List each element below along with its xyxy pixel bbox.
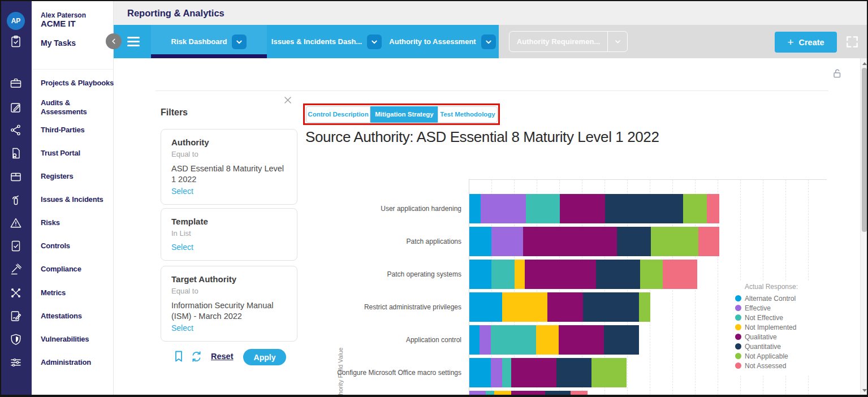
view-tab-test-methodology[interactable]: Test Methodology [438,106,498,123]
bar-segment-alternate-control[interactable] [469,292,502,322]
sidebar-item-projects-playbooks[interactable]: Projects & Playbooks [41,73,114,93]
bar-segment-not-implemented[interactable] [536,325,559,355]
bar-segment-qualitative[interactable] [525,260,596,289]
bar-segment-qualitative[interactable] [559,325,604,355]
fullscreen-icon[interactable] [845,34,860,49]
warning-triangle-icon[interactable] [9,216,23,230]
refresh-icon[interactable] [189,349,204,366]
bar-segment-not-implemented[interactable] [515,260,525,289]
bar-segment-alternate-control[interactable] [469,194,481,223]
gavel-icon[interactable] [9,262,23,276]
sidebar-item-my-tasks[interactable]: My Tasks [41,38,76,48]
bar-segment-not-applicable[interactable] [651,227,698,256]
select-link[interactable]: Select [171,323,193,333]
legend-item-not-effective[interactable]: Not Effective [735,313,829,322]
bar-segment-not-applicable[interactable] [591,358,627,387]
sidebar-item-issues-incidents[interactable]: Issues & Incidents [41,189,114,210]
bar-segment-effective[interactable] [480,325,491,355]
legend-item-not-assessed[interactable]: Not Assessed [735,361,829,370]
unlock-icon[interactable] [830,67,844,83]
bar-segment-not-implemented[interactable] [502,292,547,322]
bar-segment-not-effective[interactable] [491,260,515,289]
bar-segment-qualitative[interactable] [547,292,583,322]
bar-segment-not-assessed[interactable] [663,260,697,289]
bar-segment-qualitative[interactable] [523,227,617,256]
sidebar-item-trust-portal[interactable]: Trust Portal [41,143,114,163]
metrics-icon[interactable] [9,286,23,300]
attestation-icon[interactable] [9,309,23,323]
sidebar-item-registers[interactable]: Registers [41,166,114,187]
sidebar-item-vulnerabilities[interactable]: Vulnerabilities [41,329,114,349]
chevron-down-icon[interactable] [232,34,247,49]
sidebar-item-administration[interactable]: Administration [41,352,114,373]
view-tab-mitigation-strategy[interactable]: Mitigation Strategy [370,106,438,123]
sidebar-item-third-parties[interactable]: Third-Parties [41,120,114,140]
sidebar-item-metrics[interactable]: Metrics [41,283,114,303]
tab-issues-incidents-dash[interactable]: Issues & Incidents Dash... [271,25,382,58]
create-button[interactable]: + Create [775,32,837,53]
bar-segment-not-applicable[interactable] [640,260,663,289]
shield-icon[interactable] [9,333,23,346]
document-check-icon[interactable] [9,239,23,253]
scrollbar-down-arrow[interactable] [862,389,867,392]
vertical-scrollbar[interactable] [860,58,868,397]
bar-segment-quantitative[interactable] [596,260,640,289]
bookmark-icon[interactable] [172,349,185,365]
legend-item-not-implemented[interactable]: Not Implemented [735,322,829,332]
bar-segment-not-assessed[interactable] [571,391,588,397]
bar-segment-alternate-control[interactable] [469,227,491,256]
network-icon[interactable] [9,123,23,137]
reset-link[interactable]: Reset [211,352,234,361]
sidebar-item-risks[interactable]: Risks [41,213,114,233]
bar-segment-quantitative[interactable] [617,227,651,256]
bar-segment-not-effective[interactable] [502,358,511,387]
bar-segment-quantitative[interactable] [583,292,639,322]
scrollbar-thumb[interactable] [862,68,867,232]
bar-segment-not-effective[interactable] [486,391,494,397]
avatar[interactable]: AP [7,12,25,30]
briefcase-icon[interactable] [9,76,23,90]
bar-segment-alternate-control[interactable] [469,358,491,387]
chevron-down-icon[interactable] [367,34,382,49]
tab-authority-requirements-disabled[interactable]: Authority Requiremen... [509,31,628,52]
bar-segment-not-effective[interactable] [491,325,536,355]
view-tab-control-description[interactable]: Control Description [306,106,370,123]
tab-risk-dashboard[interactable]: Risk Dashboard [151,25,267,58]
legend-item-alternate-control[interactable]: Alternate Control [735,294,829,303]
chevron-down-icon[interactable] [607,32,627,51]
sliders-icon[interactable] [9,356,23,369]
bar-segment-effective[interactable] [491,227,523,256]
bar-segment-alternate-control[interactable] [469,325,480,355]
bar-segment-qualitative[interactable] [560,194,605,223]
bar-segment-quantitative[interactable] [604,325,639,355]
bar-segment-qualitative[interactable] [511,391,545,397]
bar-segment-alternate-control[interactable] [469,260,491,289]
bar-segment-not-applicable[interactable] [683,194,707,223]
bar-segment-quantitative[interactable] [605,194,683,223]
close-filters-icon[interactable] [282,94,294,106]
scrollbar-up-arrow[interactable] [862,62,867,65]
tab-authority-to-assessment[interactable]: Authority to Assessment [387,25,498,58]
legend-item-quantitative[interactable]: Quantitative [735,342,829,351]
sidebar-item-controls[interactable]: Controls [41,236,114,256]
sidebar-item-compliance[interactable]: Compliance [41,259,114,279]
fire-extinguisher-icon[interactable] [9,193,23,206]
bar-segment-quantitative[interactable] [545,391,571,397]
legend-item-qualitative[interactable]: Qualitative [735,332,829,342]
sidebar-item-attestations[interactable]: Attestations [41,306,114,326]
select-link[interactable]: Select [171,187,193,196]
bar-segment-quantitative[interactable] [556,358,591,387]
apply-button[interactable]: Apply [243,349,286,365]
chevron-down-icon[interactable] [481,34,496,49]
bar-segment-not-applicable[interactable] [639,292,650,322]
sidebar-item-audits-assessments[interactable]: Audits & Assessments [41,97,114,118]
legend-item-effective[interactable]: Effective [735,303,829,313]
bar-segment-effective[interactable] [469,391,486,397]
scroll-tabs-left-button[interactable] [106,33,122,49]
bar-segment-not-effective[interactable] [526,194,560,223]
menu-icon[interactable] [127,37,140,49]
bar-segment-not-assessed[interactable] [707,194,719,223]
bar-segment-qualitative[interactable] [511,358,556,387]
bar-segment-effective[interactable] [481,194,526,223]
edit-icon[interactable] [9,101,23,114]
